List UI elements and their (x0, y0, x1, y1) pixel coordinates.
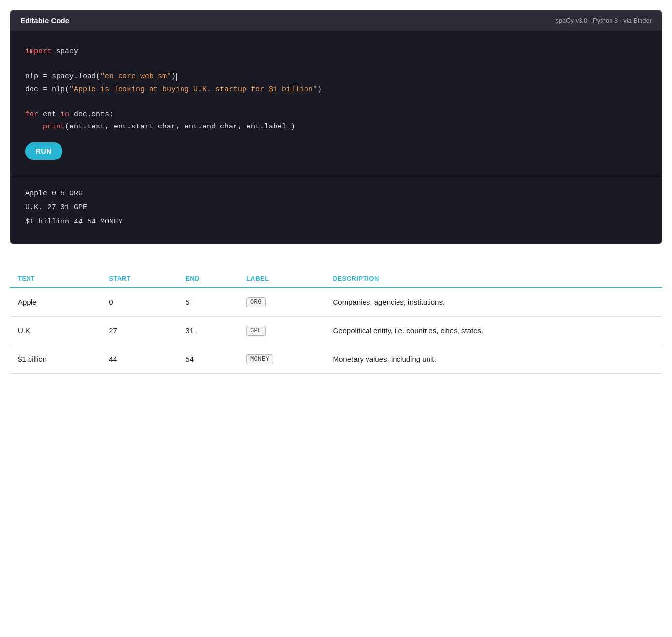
cell-start: 27 (101, 317, 178, 345)
code-line-3: nlp = spacy.load("en_core_web_sm") (25, 70, 647, 83)
label-badge: ORG (246, 297, 266, 307)
label-badge: GPE (246, 326, 266, 336)
code-meta: spaCy v3.0 · Python 3 · via Binder (555, 17, 652, 24)
cell-label: ORG (239, 287, 325, 317)
output-line-3: $1 billion 44 54 MONEY (25, 215, 647, 229)
col-text: TEXT (10, 269, 101, 287)
cell-end: 5 (178, 287, 239, 317)
code-editor[interactable]: import spacy nlp = spacy.load("en_core_w… (10, 31, 662, 175)
table-row: U.K.2731GPEGeopolitical entity, i.e. cou… (10, 317, 662, 345)
cell-end: 54 (178, 345, 239, 374)
col-description: DESCRIPTION (325, 269, 663, 287)
code-widget: Editable Code spaCy v3.0 · Python 3 · vi… (10, 10, 662, 244)
code-line-7: print(ent.text, ent.start_char, ent.end_… (25, 121, 647, 133)
cell-label: MONEY (239, 345, 325, 374)
output-line-1: Apple 0 5 ORG (25, 187, 647, 201)
col-start: START (101, 269, 178, 287)
col-label: LABEL (239, 269, 325, 287)
table-header-row: TEXT START END LABEL DESCRIPTION (10, 269, 662, 287)
output-line-2: U.K. 27 31 GPE (25, 201, 647, 215)
col-end: END (178, 269, 239, 287)
code-line-4: doc = nlp("Apple is looking at buying U.… (25, 83, 647, 96)
table-row: Apple05ORGCompanies, agencies, instituti… (10, 287, 662, 317)
cell-start: 0 (101, 287, 178, 317)
cell-start: 44 (101, 345, 178, 374)
cell-end: 31 (178, 317, 239, 345)
cell-text: Apple (10, 287, 101, 317)
run-button[interactable]: RUN (25, 142, 62, 160)
code-header: Editable Code spaCy v3.0 · Python 3 · vi… (10, 10, 662, 31)
code-title: Editable Code (20, 16, 69, 25)
cell-text: $1 billion (10, 345, 101, 374)
table-row: $1 billion4454MONEYMonetary values, incl… (10, 345, 662, 374)
code-line-2 (25, 58, 647, 71)
code-line-1: import spacy (25, 45, 647, 58)
cell-description: Geopolitical entity, i.e. countries, cit… (325, 317, 663, 345)
cell-description: Monetary values, including unit. (325, 345, 663, 374)
code-output: Apple 0 5 ORG U.K. 27 31 GPE $1 billion … (10, 175, 662, 244)
code-line-6: for ent in doc.ents: (25, 108, 647, 121)
cell-label: GPE (239, 317, 325, 345)
cell-description: Companies, agencies, institutions. (325, 287, 663, 317)
code-line-5 (25, 96, 647, 108)
data-table: TEXT START END LABEL DESCRIPTION Apple05… (10, 269, 662, 374)
label-badge: MONEY (246, 354, 274, 364)
cell-text: U.K. (10, 317, 101, 345)
table-section: TEXT START END LABEL DESCRIPTION Apple05… (10, 264, 662, 379)
